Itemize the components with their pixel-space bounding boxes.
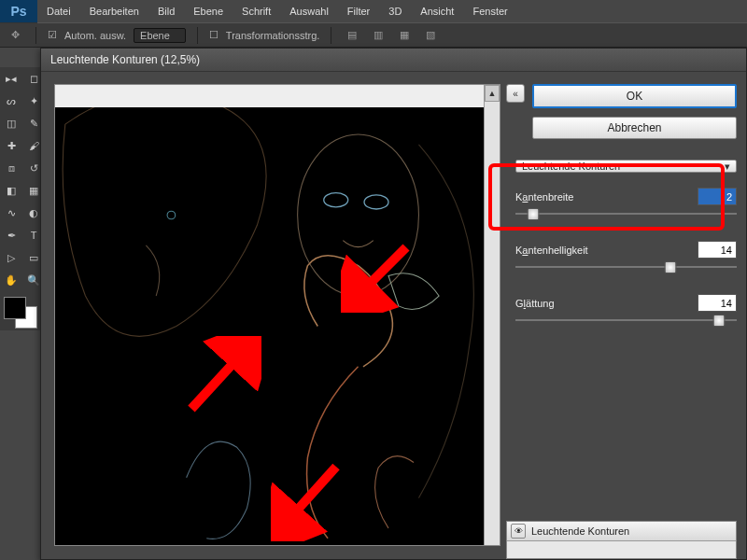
menu-view[interactable]: Ansicht — [411, 0, 463, 22]
filter-gallery-dialog: Leuchtende Konturen (12,5%) — [40, 48, 747, 560]
filter-layers-panel: 👁 Leuchtende Konturen — [506, 521, 737, 559]
fg-swatch[interactable] — [4, 297, 26, 319]
menu-layer[interactable]: Ebene — [184, 0, 233, 22]
tool-heal[interactable]: ✚ — [0, 134, 22, 157]
filter-select[interactable]: Leuchtende Konturen — [515, 160, 737, 173]
ok-button[interactable]: OK — [532, 84, 737, 108]
align-icon[interactable]: ▧ — [421, 26, 440, 45]
cancel-button[interactable]: Abbrechen — [532, 117, 737, 139]
param-edge-brightness: Kantenhelligkeit 14 — [515, 230, 737, 283]
menu-image[interactable]: Bild — [148, 0, 184, 22]
app-badge: Ps — [0, 0, 37, 23]
filter-layer-name[interactable]: Leuchtende Konturen — [531, 525, 629, 537]
tools-panel: ▸◂◻ ᔕ✦ ◫✎ ✚🖌 ⧈↺ ◧▦ ∿◐ ✒T ▷▭ ✋🔍 — [0, 67, 46, 330]
filter-preview[interactable]: ▲ — [54, 84, 500, 546]
align-icon[interactable]: ▦ — [395, 26, 414, 45]
preview-scrollbar[interactable]: ▲ — [484, 85, 500, 545]
menu-type[interactable]: Schrift — [233, 0, 280, 22]
smoothness-label: Glättung — [515, 298, 555, 309]
menu-file[interactable]: Datei — [37, 0, 80, 22]
checkbox-auto-select[interactable]: ☑ — [48, 29, 57, 41]
menu-bar: Ps Datei Bearbeiten Bild Ebene Schrift A… — [0, 0, 747, 22]
tool-path[interactable]: ▷ — [0, 246, 22, 269]
preview-image — [55, 107, 500, 545]
dialog-title: Leuchtende Konturen (12,5%) — [41, 49, 746, 72]
transform-label: Transformationsstrg. — [226, 30, 319, 41]
align-icon[interactable]: ▤ — [343, 26, 361, 45]
visibility-icon[interactable]: 👁 — [511, 524, 526, 539]
edge-width-input[interactable]: 2 — [698, 188, 737, 205]
menu-filter[interactable]: Filter — [338, 0, 379, 22]
edge-width-slider[interactable] — [515, 207, 737, 220]
move-tool-icon: ✥ — [6, 26, 24, 45]
options-bar: ✥ ☑ Autom. ausw. Ebene ☐ Transformations… — [0, 22, 747, 48]
layer-combo[interactable]: Ebene — [134, 28, 186, 43]
edge-brightness-input[interactable]: 14 — [698, 241, 737, 259]
tool-eraser[interactable]: ◧ — [0, 179, 22, 202]
menu-select[interactable]: Auswahl — [280, 0, 338, 22]
edge-brightness-slider[interactable] — [515, 260, 737, 273]
param-smoothness: Glättung 14 — [515, 283, 737, 336]
color-swatches[interactable] — [2, 295, 43, 330]
toggle-thumbnails-button[interactable]: « — [506, 84, 525, 103]
edge-width-label: Kantenbreite — [515, 191, 573, 203]
tool-blur[interactable]: ∿ — [0, 202, 22, 224]
tool-move[interactable]: ▸◂ — [0, 67, 22, 90]
auto-select-label: Autom. ausw. — [64, 30, 126, 41]
menu-3d[interactable]: 3D — [379, 0, 411, 22]
tool-crop[interactable]: ◫ — [0, 112, 22, 134]
checkbox-transform[interactable]: ☐ — [209, 29, 218, 41]
svg-rect-0 — [55, 107, 500, 545]
scroll-up-icon[interactable]: ▲ — [485, 85, 500, 102]
edge-brightness-label: Kantenhelligkeit — [515, 245, 588, 256]
filter-controls: « OK Abbrechen Leuchtende Konturen Kante… — [500, 71, 746, 559]
menu-edit[interactable]: Bearbeiten — [80, 0, 148, 22]
smoothness-slider[interactable] — [515, 314, 737, 327]
param-edge-width: Kantenbreite 2 — [515, 176, 737, 230]
tool-pen[interactable]: ✒ — [0, 224, 22, 246]
menu-window[interactable]: Fenster — [463, 0, 516, 22]
tool-stamp[interactable]: ⧈ — [0, 157, 22, 179]
smoothness-input[interactable]: 14 — [698, 294, 737, 312]
tool-lasso[interactable]: ᔕ — [0, 90, 22, 112]
tool-hand[interactable]: ✋ — [0, 269, 22, 291]
align-icon[interactable]: ▥ — [369, 26, 388, 45]
